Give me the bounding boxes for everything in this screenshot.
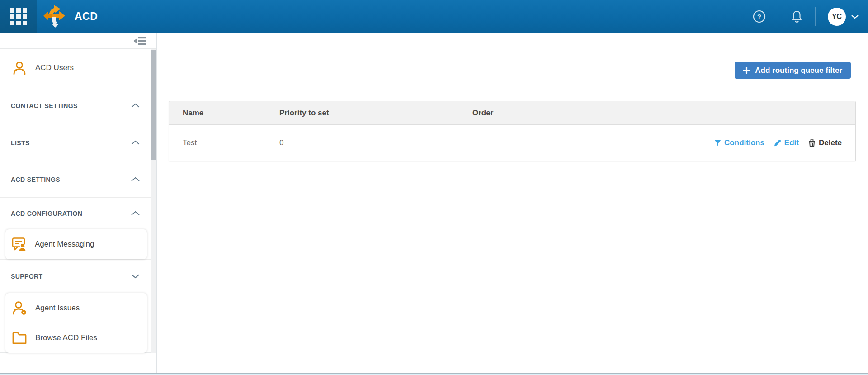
cell-priority: 0 bbox=[279, 138, 472, 147]
delete-link[interactable]: Delete bbox=[808, 138, 842, 147]
agent-messaging-icon bbox=[12, 237, 27, 252]
user-icon bbox=[12, 61, 27, 76]
bell-icon bbox=[791, 10, 803, 23]
sidebar-section-contact-settings[interactable]: CONTACT SETTINGS bbox=[0, 87, 151, 124]
trash-icon bbox=[808, 139, 816, 147]
topbar-divider bbox=[778, 7, 778, 26]
conditions-link[interactable]: Conditions bbox=[714, 138, 764, 147]
chevron-up-icon bbox=[131, 102, 140, 110]
sidebar-section-support[interactable]: SUPPORT bbox=[0, 259, 151, 293]
chevron-down-icon bbox=[851, 14, 859, 19]
pencil-icon bbox=[774, 139, 781, 147]
sidebar-item-browse-acd-files[interactable]: Browse ACD Files bbox=[5, 323, 147, 353]
scrollbar-thumb[interactable] bbox=[151, 50, 156, 160]
chevron-up-icon bbox=[131, 209, 140, 218]
window-bottom-edge bbox=[0, 373, 868, 375]
sidebar-item-agent-messaging[interactable]: Agent Messaging bbox=[5, 229, 147, 259]
sidebar-item-label: Agent Messaging bbox=[35, 240, 94, 249]
sidebar-collapse-strip bbox=[0, 33, 156, 49]
chevron-down-icon bbox=[131, 272, 140, 280]
column-header-priority: Priority to set bbox=[279, 109, 472, 118]
support-submenu: Agent Issues Browse ACD Files bbox=[5, 293, 147, 353]
app-title: ACD bbox=[75, 10, 98, 23]
sidebar-section-acd-settings[interactable]: ACD SETTINGS bbox=[0, 161, 151, 198]
sidebar-item-agent-issues[interactable]: Agent Issues bbox=[5, 293, 147, 323]
acd-configuration-submenu: Agent Messaging bbox=[5, 229, 147, 259]
routing-queue-filters-table: Name Priority to set Order Test 0 Condit… bbox=[169, 101, 856, 161]
acd-logo-icon bbox=[43, 4, 67, 30]
table-header-row: Name Priority to set Order bbox=[169, 101, 855, 125]
chevron-up-icon bbox=[131, 139, 140, 147]
plus-icon bbox=[743, 67, 750, 74]
sidebar-item-label: Browse ACD Files bbox=[35, 333, 97, 342]
main-content: Add routing queue filter Name Priority t… bbox=[157, 33, 868, 373]
help-button[interactable]: ? bbox=[753, 10, 766, 23]
avatar: YC bbox=[828, 8, 846, 26]
chevron-up-icon bbox=[131, 176, 140, 184]
grid-icon bbox=[10, 8, 27, 25]
sidebar-section-acd-configuration[interactable]: ACD CONFIGURATION bbox=[0, 198, 151, 229]
column-header-name: Name bbox=[183, 109, 279, 118]
topbar: ACD ? YC bbox=[0, 0, 868, 33]
agent-issues-icon bbox=[12, 300, 27, 315]
sidebar-scrollbar[interactable] bbox=[151, 49, 156, 353]
svg-text:?: ? bbox=[757, 13, 761, 20]
app-launcher-button[interactable] bbox=[0, 0, 37, 33]
add-routing-queue-filter-button[interactable]: Add routing queue filter bbox=[735, 62, 851, 79]
column-header-order: Order bbox=[472, 109, 842, 118]
cell-name: Test bbox=[183, 138, 279, 147]
topbar-divider bbox=[815, 7, 816, 26]
sidebar-section-lists[interactable]: LISTS bbox=[0, 124, 151, 161]
sidebar-item-label: Agent Issues bbox=[35, 304, 80, 313]
sidebar-menu: ACD Users CONTACT SETTINGS LISTS ACD SET… bbox=[0, 49, 156, 353]
table-row: Test 0 Conditions Edit bbox=[169, 125, 855, 161]
sidebar-item-label: ACD Users bbox=[35, 63, 74, 72]
row-actions: Conditions Edit Delete bbox=[714, 138, 842, 147]
collapse-sidebar-icon[interactable] bbox=[133, 37, 146, 45]
notifications-button[interactable] bbox=[791, 10, 803, 23]
sidebar: ACD Users CONTACT SETTINGS LISTS ACD SET… bbox=[0, 33, 157, 373]
user-menu[interactable]: YC bbox=[828, 8, 859, 26]
toolbar-divider bbox=[169, 88, 856, 88]
sidebar-item-acd-users[interactable]: ACD Users bbox=[0, 49, 151, 87]
filter-icon bbox=[714, 140, 721, 147]
edit-link[interactable]: Edit bbox=[774, 138, 799, 147]
folder-icon bbox=[12, 331, 27, 345]
help-icon: ? bbox=[753, 10, 766, 23]
